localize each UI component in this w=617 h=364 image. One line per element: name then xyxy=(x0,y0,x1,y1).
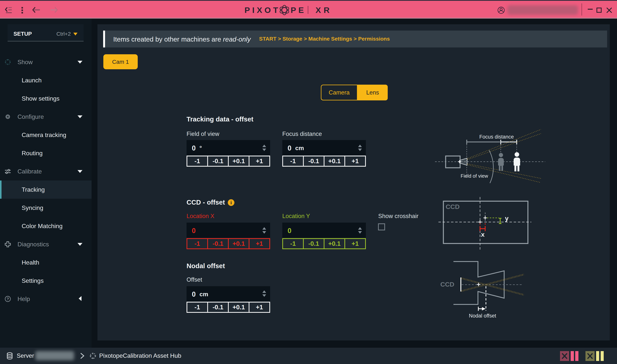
svg-text:CCD: CCD xyxy=(446,203,460,210)
svg-text:Nodal offset: Nodal offset xyxy=(469,313,496,319)
svg-text:?: ? xyxy=(7,297,9,301)
svg-text:CCD: CCD xyxy=(440,281,454,288)
svg-text:Focus distance: Focus distance xyxy=(479,134,514,140)
svg-text:y: y xyxy=(505,215,508,222)
svg-text:Field of view: Field of view xyxy=(461,173,488,179)
svg-text:x: x xyxy=(481,231,485,238)
